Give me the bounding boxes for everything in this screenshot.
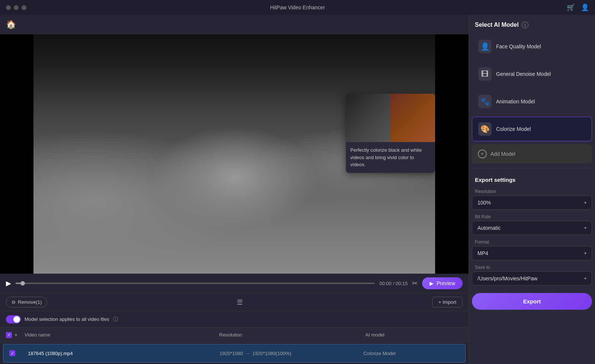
- bitrate-label: Bit Rate: [469, 211, 595, 221]
- toggle-row: Model selection applies to all video fil…: [0, 311, 469, 328]
- format-dropdown[interactable]: MP4 ▾: [472, 246, 592, 260]
- row-checkbox[interactable]: ✓: [9, 350, 15, 356]
- table-row[interactable]: ✓ 187645 (1080p).mp4 1920*1080 → 1920*10…: [3, 344, 466, 363]
- cart-icon[interactable]: 🛒: [567, 3, 575, 12]
- window-controls: [6, 5, 26, 10]
- progress-dot: [20, 281, 25, 286]
- progress-bar[interactable]: [16, 283, 375, 284]
- model-selection-toggle[interactable]: [6, 315, 21, 323]
- export-button[interactable]: Export: [472, 293, 592, 310]
- row-aimodel: Colorize Model: [363, 351, 459, 356]
- saveto-value: /Users/pro/Movies/HitPaw: [477, 276, 537, 281]
- row-filename: 187645 (1080p).mp4: [28, 351, 220, 356]
- animation-model-icon: 🐾: [478, 95, 492, 108]
- toggle-info-icon[interactable]: ⓘ: [113, 316, 118, 323]
- tooltip-preview-bw: [346, 94, 390, 142]
- black-bar-left: [0, 34, 33, 274]
- top-bar: 🏠: [0, 15, 469, 34]
- minus-icon: ⊖: [12, 299, 16, 305]
- col-header-name: Video name: [25, 332, 219, 338]
- add-model-button[interactable]: + Add Model: [472, 144, 592, 164]
- model-item-colorize[interactable]: 🎨 Colorize Model: [472, 117, 592, 141]
- colorize-model-icon: 🎨: [478, 122, 492, 136]
- right-panel: Select AI Model i 👤 Face Quality Model 🎞…: [469, 15, 595, 364]
- table-header: ✓ ▾ Video name Resolution AI model: [0, 328, 469, 342]
- resolution-label: Resolution: [469, 186, 595, 196]
- divider: [469, 168, 595, 168]
- tooltip-preview-image: [346, 94, 435, 142]
- add-model-label: Add Model: [491, 151, 515, 157]
- format-chevron-icon: ▾: [584, 251, 586, 256]
- left-panel: 🏠 Perfectly colorize black and white vid…: [0, 15, 469, 364]
- export-settings-title: Export settings: [469, 171, 595, 186]
- model-item-face[interactable]: 👤 Face Quality Model: [472, 34, 592, 59]
- header-checkbox-col: ✓ ▾: [6, 332, 25, 338]
- remove-button[interactable]: ⊖ Remove(1): [6, 297, 47, 307]
- maximize-dot[interactable]: [22, 5, 26, 10]
- time-display: 00:00 / 00:15: [379, 281, 408, 286]
- play-button[interactable]: ▶: [6, 279, 11, 287]
- col-header-resolution: Resolution: [219, 332, 366, 338]
- titlebar: HitPaw Video Enhancer 🛒 👤: [0, 0, 595, 15]
- row-resolution: 1920*1080 → 1920*1080(100%): [220, 351, 364, 356]
- import-button[interactable]: + Import: [432, 297, 463, 307]
- tooltip-preview-color: [390, 94, 435, 142]
- preview-icon: ▶: [430, 280, 434, 286]
- toggle-knob: [13, 316, 20, 323]
- saveto-dropdown[interactable]: /Users/pro/Movies/HitPaw ▾: [472, 271, 592, 286]
- bitrate-dropdown[interactable]: Automatic ▾: [472, 221, 592, 235]
- video-controls: ▶ 00:00 / 00:15 ✂ ▶ Preview: [0, 274, 469, 293]
- scissors-button[interactable]: ✂: [412, 279, 418, 287]
- app-title: HitPaw Video Enhancer: [270, 4, 325, 10]
- resolution-dropdown[interactable]: 100% ▾: [472, 196, 592, 210]
- saveto-label: Save to: [469, 262, 595, 271]
- colorize-model-label: Colorize Model: [496, 126, 531, 132]
- add-circle-icon: +: [478, 149, 487, 158]
- chevron-col: ▾: [15, 332, 17, 338]
- format-value: MP4: [477, 250, 488, 256]
- ai-model-info-icon[interactable]: i: [522, 22, 528, 28]
- face-model-label: Face Quality Model: [496, 44, 541, 49]
- header-checkbox[interactable]: ✓: [6, 332, 12, 338]
- titlebar-actions: 🛒 👤: [567, 3, 589, 12]
- colorize-model-tooltip: Perfectly colorize black and white video…: [346, 94, 435, 173]
- close-dot[interactable]: [6, 5, 11, 10]
- toggle-label: Model selection applies to all video fil…: [25, 316, 109, 322]
- video-area: Perfectly colorize black and white video…: [0, 34, 469, 274]
- resolution-value: 100%: [477, 200, 491, 206]
- video-placeholder: Perfectly colorize black and white video…: [0, 34, 469, 274]
- tooltip-description: Perfectly colorize black and white video…: [346, 142, 435, 173]
- resolution-chevron-icon: ▾: [584, 200, 586, 205]
- denoise-model-icon: 🎞: [478, 67, 492, 81]
- preview-button[interactable]: ▶ Preview: [422, 277, 463, 289]
- user-icon[interactable]: 👤: [581, 3, 589, 12]
- bitrate-chevron-icon: ▾: [584, 225, 586, 231]
- menu-icon[interactable]: ☰: [237, 298, 243, 306]
- home-icon[interactable]: 🏠: [6, 20, 16, 29]
- arrow-icon: →: [245, 351, 250, 356]
- main-layout: 🏠 Perfectly colorize black and white vid…: [0, 15, 595, 364]
- bottom-section: ⊖ Remove(1) ☰ + Import Model selection a…: [0, 293, 469, 364]
- face-model-icon: 👤: [478, 40, 492, 53]
- saveto-chevron-icon: ▾: [584, 276, 586, 281]
- model-item-animation[interactable]: 🐾 Animation Model: [472, 89, 592, 114]
- minimize-dot[interactable]: [14, 5, 19, 10]
- ai-model-section-title: Select AI Model i: [469, 15, 595, 33]
- black-bar-right: [435, 34, 469, 274]
- row-checkbox-col: ✓: [9, 350, 28, 356]
- toolbar-row: ⊖ Remove(1) ☰ + Import: [0, 293, 469, 311]
- model-item-denoise[interactable]: 🎞 General Denoise Model: [472, 62, 592, 86]
- denoise-model-label: General Denoise Model: [496, 71, 551, 77]
- format-label: Format: [469, 236, 595, 246]
- bitrate-value: Automatic: [477, 225, 501, 231]
- col-header-aimodel: AI model: [365, 332, 463, 338]
- animation-model-label: Animation Model: [496, 99, 535, 104]
